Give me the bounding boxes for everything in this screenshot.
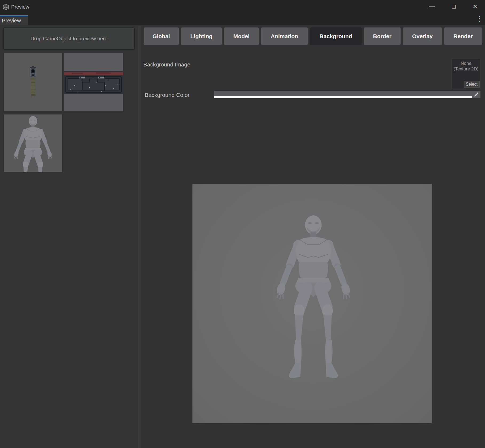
background-color-label: Background Color (145, 92, 190, 98)
mannequin-figure (273, 215, 354, 381)
tab-preview[interactable]: Preview (0, 15, 28, 25)
background-image-object-field[interactable]: None (Texture 2D) Select (452, 59, 480, 89)
tab-global[interactable]: Global (144, 27, 179, 45)
background-image-label: Background Image (143, 61, 190, 68)
tab-render[interactable]: Render (444, 27, 482, 45)
thumbnail-pistol-model[interactable] (4, 53, 62, 111)
window-body: Drop GameObject to preview here (0, 26, 485, 448)
texture-value-line2: (Texture 2D) (452, 66, 480, 72)
maximize-button[interactable]: □ (448, 0, 460, 13)
color-alpha-strip (214, 96, 472, 98)
tab-background[interactable]: Background (310, 27, 362, 45)
eyedropper-icon (474, 92, 479, 97)
texture-select-button[interactable]: Select (464, 81, 480, 88)
close-button[interactable]: × (469, 0, 481, 13)
tab-label: Preview (2, 18, 21, 24)
drop-zone-label: Drop GameObject to preview here (30, 36, 107, 42)
panel-divider[interactable] (138, 26, 141, 448)
pistol-art (29, 66, 37, 96)
settings-panel: Global Lighting Model Animation Backgrou… (141, 26, 485, 448)
tab-animation[interactable]: Animation (261, 27, 308, 45)
texture-value-line1: None (452, 61, 480, 66)
titlebar: Preview — □ × (0, 0, 485, 15)
tab-lighting[interactable]: Lighting (181, 27, 222, 45)
menu-kebab-icon[interactable]: ⋮ (476, 15, 482, 23)
tab-bar: Preview ⋮ (0, 15, 485, 25)
preview-window: Preview — □ × Preview ⋮ Drop GameObject … (0, 0, 485, 448)
mannequin-thumb-art (12, 116, 54, 172)
tab-overlay[interactable]: Overlay (403, 27, 442, 45)
window-title: Preview (11, 4, 29, 10)
model-preview-viewport[interactable] (192, 184, 432, 423)
minimize-button[interactable]: — (426, 0, 438, 13)
category-toolbar: Global Lighting Model Animation Backgrou… (144, 27, 482, 45)
eyedropper-button[interactable] (472, 91, 480, 98)
thumbnail-ammo-crate-model[interactable] (64, 53, 123, 111)
background-color-field[interactable] (214, 91, 480, 98)
ammo-crate-art (64, 53, 123, 111)
tab-border[interactable]: Border (364, 27, 401, 45)
preview-list-panel: Drop GameObject to preview here (0, 26, 138, 448)
tab-model[interactable]: Model (224, 27, 259, 45)
gameobject-drop-zone[interactable]: Drop GameObject to preview here (3, 27, 135, 50)
unity-logo-icon (2, 3, 9, 10)
thumbnail-mannequin-model[interactable] (4, 114, 62, 172)
